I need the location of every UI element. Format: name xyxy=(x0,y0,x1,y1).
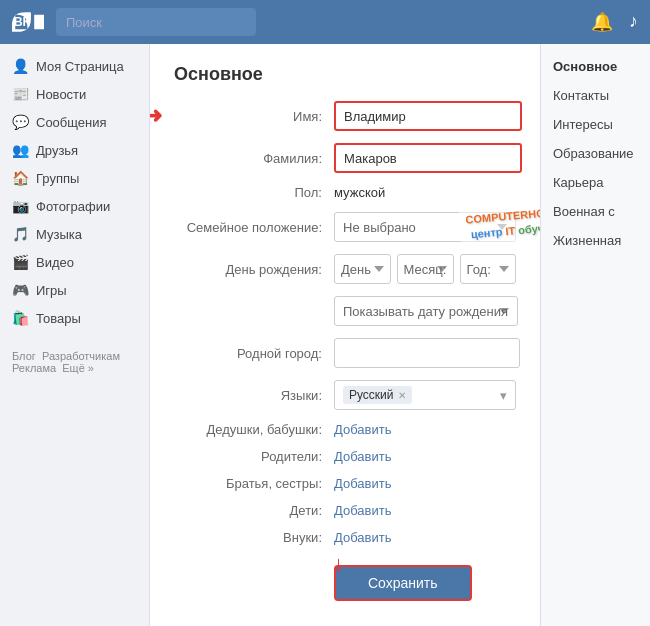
gender-label: Пол: xyxy=(174,185,334,200)
languages-row: Языки: Русский ✕ ▾ xyxy=(174,380,516,410)
save-arrow-icon: ↓ xyxy=(333,551,344,577)
right-sidebar: Основное Контакты Интересы Образование К… xyxy=(540,44,650,626)
sidebar-item-friends[interactable]: 👥 Друзья xyxy=(0,136,149,164)
sidebar-item-messages[interactable]: 💬 Сообщения xyxy=(0,108,149,136)
hometown-label: Родной город: xyxy=(174,346,334,361)
last-name-input[interactable] xyxy=(334,143,522,173)
main-layout: 👤 Моя Страница 📰 Новости 💬 Сообщения 👥 Д… xyxy=(0,44,650,626)
sidebar-item-video[interactable]: 🎬 Видео xyxy=(0,248,149,276)
gender-row: Пол: мужской xyxy=(174,185,516,200)
notification-icon[interactable]: 🔔 xyxy=(591,11,613,33)
search-input[interactable] xyxy=(56,8,256,36)
right-sidebar-item-military[interactable]: Военная с xyxy=(541,197,650,226)
children-add[interactable]: Добавить xyxy=(334,503,391,518)
grandparents-row: Дедушки, бабушки: Добавить xyxy=(174,422,516,437)
languages-label: Языки: xyxy=(174,388,334,403)
languages-field[interactable]: Русский ✕ ▾ xyxy=(334,380,516,410)
mypage-icon: 👤 xyxy=(12,58,28,74)
sidebar-label-messages: Сообщения xyxy=(36,115,107,130)
right-sidebar-item-education[interactable]: Образование xyxy=(541,139,650,168)
right-sidebar-item-contacts[interactable]: Контакты xyxy=(541,81,650,110)
hometown-row: Родной город: xyxy=(174,338,516,368)
first-name-row: ➜ Имя: xyxy=(174,101,516,131)
sidebar-item-groups[interactable]: 🏠 Группы xyxy=(0,164,149,192)
family-status-select[interactable]: Не выбрано xyxy=(334,212,516,242)
first-name-label: Имя: xyxy=(174,109,334,124)
music-icon[interactable]: ♪ xyxy=(629,11,638,33)
arrow-indicator: ➜ xyxy=(150,103,162,129)
grandparents-label: Дедушки, бабушки: xyxy=(174,422,334,437)
svg-text:ВК: ВК xyxy=(14,15,31,29)
family-status-label: Семейное положение: xyxy=(174,220,334,235)
photos-icon: 📷 xyxy=(12,198,28,214)
sidebar-item-mypage[interactable]: 👤 Моя Страница xyxy=(0,52,149,80)
last-name-row: Фамилия: xyxy=(174,143,516,173)
right-sidebar-item-life[interactable]: Жизненная xyxy=(541,226,650,255)
show-dob-select[interactable]: Показывать дату рождения xyxy=(334,296,518,326)
right-sidebar-item-main[interactable]: Основное xyxy=(541,52,650,81)
dob-day-select[interactable]: День xyxy=(334,254,391,284)
sidebar-item-games[interactable]: 🎮 Игры xyxy=(0,276,149,304)
language-tag: Русский ✕ xyxy=(343,386,412,404)
sidebar-label-market: Товары xyxy=(36,311,81,326)
sidebar-label-games: Игры xyxy=(36,283,67,298)
gender-value: мужской xyxy=(334,185,385,200)
first-name-input[interactable] xyxy=(334,101,522,131)
language-tag-remove[interactable]: ✕ xyxy=(398,390,406,401)
sidebar-label-news: Новости xyxy=(36,87,86,102)
right-sidebar-item-career[interactable]: Карьера xyxy=(541,168,650,197)
music-nav-icon: 🎵 xyxy=(12,226,28,242)
groups-icon: 🏠 xyxy=(12,170,28,186)
dob-selects: День Месяц: Год: xyxy=(334,254,516,284)
dob-row: День рождения: День Месяц: Год: xyxy=(174,254,516,284)
main-content: Основное ➜ Имя: Фамилия: Пол: мужской Се… xyxy=(150,44,540,626)
footer-ads[interactable]: Реклама xyxy=(12,362,56,374)
section-title: Основное xyxy=(174,64,516,85)
grandchildren-row: Внуки: Добавить xyxy=(174,530,516,545)
last-name-label: Фамилия: xyxy=(174,151,334,166)
sidebar-label-friends: Друзья xyxy=(36,143,78,158)
sidebar-footer: Блог Разработчикам Реклама Ещё » xyxy=(0,344,149,380)
games-icon: 🎮 xyxy=(12,282,28,298)
sidebar-item-photos[interactable]: 📷 Фотографии xyxy=(0,192,149,220)
dob-label: День рождения: xyxy=(174,262,334,277)
grandchildren-label: Внуки: xyxy=(174,530,334,545)
grandchildren-add[interactable]: Добавить xyxy=(334,530,391,545)
parents-add[interactable]: Добавить xyxy=(334,449,391,464)
video-icon: 🎬 xyxy=(12,254,28,270)
save-row: ↓ Сохранить xyxy=(174,557,516,601)
messages-icon: 💬 xyxy=(12,114,28,130)
dob-year-select[interactable]: Год: xyxy=(460,254,517,284)
siblings-label: Братья, сестры: xyxy=(174,476,334,491)
right-sidebar-item-interests[interactable]: Интересы xyxy=(541,110,650,139)
left-sidebar: 👤 Моя Страница 📰 Новости 💬 Сообщения 👥 Д… xyxy=(0,44,150,626)
sidebar-label-music: Музыка xyxy=(36,227,82,242)
vk-logo: ВК xyxy=(12,12,44,32)
siblings-row: Братья, сестры: Добавить xyxy=(174,476,516,491)
sidebar-label-photos: Фотографии xyxy=(36,199,110,214)
parents-label: Родители: xyxy=(174,449,334,464)
footer-dev[interactable]: Разработчикам xyxy=(42,350,120,362)
sidebar-label-video: Видео xyxy=(36,255,74,270)
lang-dropdown-arrow-icon: ▾ xyxy=(500,388,507,403)
footer-more[interactable]: Ещё xyxy=(62,362,85,374)
header-icons: 🔔 ♪ xyxy=(591,11,638,33)
children-row: Дети: Добавить xyxy=(174,503,516,518)
hometown-input[interactable] xyxy=(334,338,520,368)
news-icon: 📰 xyxy=(12,86,28,102)
market-icon: 🛍️ xyxy=(12,310,28,326)
footer-blog[interactable]: Блог xyxy=(12,350,36,362)
family-status-row: Семейное положение: Не выбрано xyxy=(174,212,516,242)
sidebar-item-news[interactable]: 📰 Новости xyxy=(0,80,149,108)
grandparents-add[interactable]: Добавить xyxy=(334,422,391,437)
dob-month-select[interactable]: Месяц: xyxy=(397,254,454,284)
sidebar-item-market[interactable]: 🛍️ Товары xyxy=(0,304,149,332)
show-dob-row: Показывать дату рождения xyxy=(174,296,516,326)
siblings-add[interactable]: Добавить xyxy=(334,476,391,491)
save-button[interactable]: Сохранить xyxy=(334,565,472,601)
friends-icon: 👥 xyxy=(12,142,28,158)
parents-row: Родители: Добавить xyxy=(174,449,516,464)
sidebar-label-mypage: Моя Страница xyxy=(36,59,124,74)
header: ВК 🔔 ♪ xyxy=(0,0,650,44)
sidebar-item-music[interactable]: 🎵 Музыка xyxy=(0,220,149,248)
